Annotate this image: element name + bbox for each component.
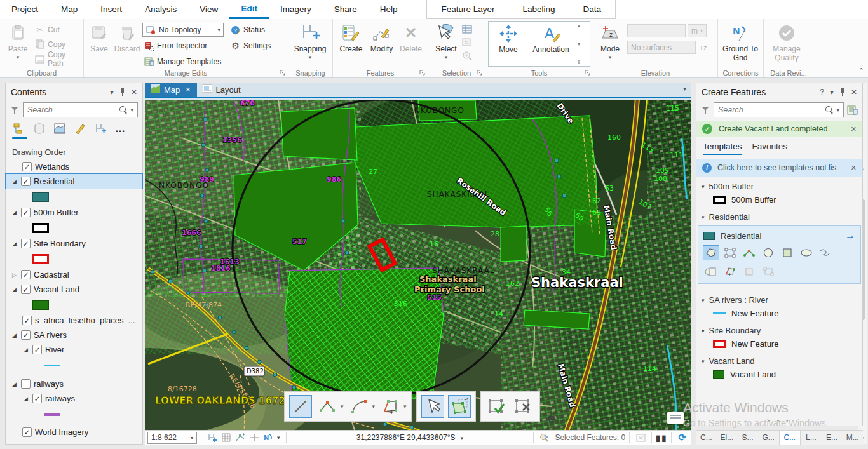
layer-row-railways[interactable]: ◢ ✓ railways <box>6 391 142 406</box>
collapse-icon[interactable]: ▾ <box>702 184 705 190</box>
surfaces-input[interactable]: No surfaces <box>627 41 696 54</box>
residential-symbol[interactable] <box>6 189 142 205</box>
dock-tab-6[interactable]: E... <box>822 431 843 445</box>
notification-bar[interactable]: ✓ Create Vacant Land completed ✕ <box>696 121 862 137</box>
layer-checkbox[interactable]: ✓ <box>21 239 31 248</box>
dock-tab-3[interactable]: G... <box>758 431 779 445</box>
elevation-unit-dropdown[interactable]: m▾ <box>688 24 707 37</box>
freehand-tool-icon[interactable] <box>818 246 833 260</box>
grid-icon[interactable] <box>220 432 232 443</box>
dock-tab-5[interactable]: L... <box>801 431 822 445</box>
cut-button[interactable]: ✂Cut <box>33 23 81 37</box>
search-icon[interactable] <box>119 106 127 114</box>
select-button[interactable]: Select▾ <box>431 21 461 67</box>
panel-close-icon[interactable]: ✕ <box>851 88 857 97</box>
stamp-tool-icon[interactable] <box>742 264 757 278</box>
dock-tab-4[interactable]: C... <box>779 431 801 445</box>
menu-feature-layer[interactable]: Feature Layer <box>427 0 508 19</box>
list-by-snapping-icon[interactable] <box>93 123 107 135</box>
collapse-icon[interactable]: ▾ <box>702 297 705 304</box>
line-tool[interactable] <box>289 395 312 418</box>
menu-view[interactable]: View <box>188 0 229 19</box>
close-map-tab-icon[interactable]: ✕ <box>185 86 191 94</box>
menu-analysis[interactable]: Analysis <box>133 0 188 19</box>
tab-templates[interactable]: Templates <box>703 142 742 155</box>
scale-combo[interactable]: 1:8 622▾ <box>147 432 197 444</box>
error-inspector-button[interactable]: Error Inspector <box>142 39 224 53</box>
list-by-selection-icon[interactable] <box>53 123 67 135</box>
tab-favorites[interactable]: Favorites <box>752 142 788 155</box>
expander-icon[interactable]: ◢ <box>22 347 29 353</box>
site-boundary-symbol[interactable] <box>6 251 142 267</box>
list-by-drawing-order-icon[interactable] <box>12 123 26 135</box>
template-group-site-boundary[interactable]: ▾ Site Boundary <box>696 321 862 337</box>
contents-more-icon[interactable]: … <box>114 123 128 135</box>
expander-icon[interactable]: ◢ <box>11 332 18 338</box>
discard-edits-button[interactable]: Discard <box>113 21 141 67</box>
annotation-tool-button[interactable]: A Annotation <box>528 22 574 67</box>
arc-dropdown-icon[interactable]: ▾ <box>372 403 376 410</box>
move-tool-button[interactable]: Move <box>489 22 528 67</box>
list-by-data-source-icon[interactable] <box>32 123 46 135</box>
help-icon[interactable]: ? <box>820 88 824 97</box>
select-by-attributes-icon[interactable] <box>461 37 472 48</box>
layer-checkbox[interactable]: ✓ <box>21 208 31 217</box>
attributes-icon[interactable] <box>461 23 472 34</box>
modify-button[interactable]: Modify <box>367 21 397 67</box>
save-edits-button[interactable]: Save <box>86 21 112 67</box>
tools-scroll[interactable]: ▴▾⇕ <box>574 22 583 66</box>
template-500m-buffer[interactable]: 500m Buffer <box>696 192 862 207</box>
contents-filter-icon[interactable] <box>10 105 20 115</box>
settings-button[interactable]: ⚙Settings <box>229 39 272 53</box>
cancel-sketch-button[interactable] <box>512 395 535 418</box>
menu-edit[interactable]: Edit <box>229 0 269 19</box>
trace-dropdown-icon[interactable]: ▾ <box>403 403 407 410</box>
elevation-value-input[interactable] <box>627 24 686 37</box>
elevation-mode-button[interactable]: z Mode▾ <box>596 21 624 67</box>
shape-union-tool-icon[interactable] <box>703 264 719 278</box>
tab-layout[interactable]: Layout <box>197 83 247 97</box>
polygon-tool-icon[interactable] <box>703 246 719 260</box>
contents-close-icon[interactable]: ✕ <box>131 88 137 97</box>
layer-row-cadastral[interactable]: ▷ ✓ Cadastral <box>6 267 142 282</box>
copy-path-button[interactable]: Copy Path <box>33 52 81 66</box>
status-button[interactable]: ?Status <box>229 23 266 37</box>
menu-map[interactable]: Map <box>50 0 89 19</box>
pause-drawing-button[interactable]: ▮▮ <box>656 433 667 443</box>
layer-checkbox[interactable]: ✓ <box>22 316 32 325</box>
snap-toggle-icon[interactable] <box>207 432 218 443</box>
collapse-icon[interactable]: ▾ <box>702 358 705 365</box>
expander-icon[interactable]: ◢ <box>11 286 18 293</box>
search-icon[interactable] <box>825 106 833 114</box>
trace-rect-tool-icon[interactable] <box>761 264 776 278</box>
template-group-vacant-land[interactable]: ▾ Vacant Land <box>696 351 862 367</box>
search-history-chevron-icon[interactable]: ▾ <box>130 107 133 113</box>
north-arrow-icon[interactable]: N <box>262 432 274 443</box>
expander-icon[interactable]: ◢ <box>11 178 18 185</box>
expander-icon[interactable]: ◢ <box>11 241 18 247</box>
template-vacant-land[interactable]: Vacant Land <box>696 367 862 382</box>
layer-checkbox[interactable]: ✓ <box>21 285 31 294</box>
search-chevron-icon[interactable]: ▾ <box>836 107 839 113</box>
map-canvas[interactable]: NKOBONGONKOBONGOSHAKASKRAALSHAKASKRAALSh… <box>145 100 691 430</box>
edit-vertices-tool[interactable] <box>448 395 471 418</box>
expander-icon[interactable]: ▷ <box>11 272 18 278</box>
menu-project[interactable]: Project <box>0 0 50 19</box>
manage-templates-pane-icon[interactable] <box>847 105 858 116</box>
layer-row-wetlands[interactable]: ✓ Wetlands <box>6 159 142 174</box>
layer-row-railways-group[interactable]: ◢ ✓ railways <box>6 377 142 391</box>
pointer-tool[interactable] <box>421 395 444 418</box>
layer-checkbox[interactable]: ✓ <box>32 345 42 354</box>
menu-insert[interactable]: Insert <box>89 0 133 19</box>
collapse-ribbon-button[interactable]: ⌃ <box>858 67 864 75</box>
menu-share[interactable]: Share <box>323 0 369 19</box>
manage-templates-button[interactable]: Manage Templates <box>142 55 272 69</box>
notification-bubble-icon[interactable] <box>667 412 684 424</box>
menu-labeling[interactable]: Labeling <box>509 0 569 19</box>
layer-row-vacant-land[interactable]: ◢ ✓ Vacant Land <box>6 282 142 297</box>
template-group-residential[interactable]: ▾ Residential <box>696 207 862 223</box>
zoom-to-selection-icon[interactable] <box>461 50 472 61</box>
circle-tool-icon[interactable] <box>761 246 776 260</box>
expander-icon[interactable]: ◢ <box>11 210 18 216</box>
view-tabs-chevron-icon[interactable]: ▾ <box>683 85 686 92</box>
